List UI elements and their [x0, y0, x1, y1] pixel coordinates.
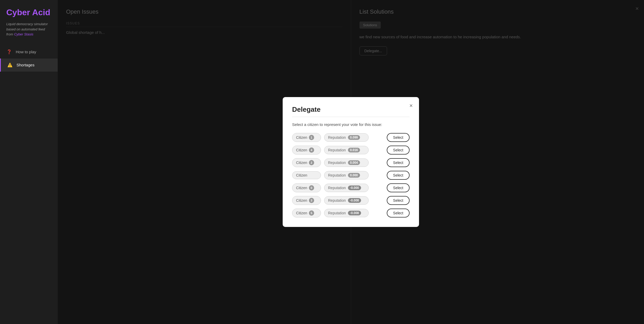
reputation-value: 0.000	[348, 173, 360, 178]
citizen-badge: 1	[309, 135, 314, 140]
citizen-row: Citizen3Reputation-0.008Select	[292, 196, 410, 205]
reputation-pill: Reputation0.016	[324, 146, 369, 154]
citizen-name: Citizen	[296, 198, 307, 203]
citizen-row: Citizen4Reputation0.016Select	[292, 146, 410, 155]
citizen-pill: Citizen3	[292, 196, 321, 205]
reputation-pill: Reputation0.004	[324, 158, 369, 167]
sidebar-item-how-to-play[interactable]: ❓ How to play	[0, 45, 58, 59]
citizen-name: Citizen	[296, 211, 307, 215]
reputation-value: 0.099	[348, 135, 360, 140]
reputation-label: Reputation	[328, 173, 346, 177]
reputation-value: -0.000	[348, 185, 361, 190]
citizen-name: Citizen	[296, 173, 307, 177]
sidebar-item-shortages[interactable]: ⚠️ Shortages	[0, 59, 58, 72]
citizen-badge: 2	[309, 160, 314, 165]
sidebar: Cyber Acid Liquid democracy simulator ba…	[0, 0, 58, 324]
reputation-pill: Reputation0.000	[324, 171, 369, 179]
select-citizen-button[interactable]: Select	[387, 146, 410, 155]
help-icon: ❓	[6, 49, 12, 55]
citizen-pill: Citizen2	[292, 158, 321, 167]
sidebar-item-label-how-to-play: How to play	[16, 50, 36, 54]
reputation-pill: Reputation-0.008	[324, 209, 369, 217]
app-subtitle: Liquid democracy simulator based on auto…	[0, 22, 58, 45]
citizen-row: Citizen1Reputation0.099Select	[292, 133, 410, 142]
citizen-row: Citizen2Reputation0.004Select	[292, 158, 410, 167]
main-content: Open Issues ISSUES Global shortage of h.…	[58, 0, 644, 324]
citizen-pill: Citizen5	[292, 209, 321, 217]
citizen-name: Citizen	[296, 148, 307, 152]
select-citizen-button[interactable]: Select	[387, 196, 410, 205]
citizen-row: Citizen5Reputation-0.008Select	[292, 209, 410, 217]
citizen-row: CitizenReputation0.000Select	[292, 171, 410, 180]
reputation-label: Reputation	[328, 161, 346, 165]
app-title: Cyber Acid	[0, 7, 58, 22]
select-citizen-button[interactable]: Select	[387, 158, 410, 167]
citizen-badge: 3	[309, 198, 314, 203]
modal-close-button[interactable]: ×	[409, 102, 413, 109]
reputation-value: 0.016	[348, 148, 360, 152]
modal-overlay: Delegate × Select a citizen to represent…	[58, 0, 644, 324]
reputation-label: Reputation	[328, 186, 346, 190]
citizen-name: Citizen	[296, 186, 307, 190]
citizen-pill: Citizen1	[292, 133, 321, 142]
select-citizen-button[interactable]: Select	[387, 171, 410, 180]
warning-icon: ⚠️	[7, 62, 13, 68]
delegate-modal: Delegate × Select a citizen to represent…	[283, 97, 419, 227]
reputation-pill: Reputation-0.008	[324, 196, 369, 205]
modal-subtitle: Select a citizen to represent your vote …	[292, 122, 410, 127]
citizen-list: Citizen1Reputation0.099SelectCitizen4Rep…	[292, 133, 410, 217]
reputation-label: Reputation	[328, 198, 346, 203]
citizen-pill: Citizen4	[292, 146, 321, 155]
citizen-name: Citizen	[296, 135, 307, 140]
citizen-badge: 5	[309, 210, 314, 216]
reputation-label: Reputation	[328, 148, 346, 152]
sidebar-item-label-shortages: Shortages	[17, 63, 34, 67]
modal-title: Delegate	[292, 105, 410, 114]
reputation-value: -0.008	[348, 211, 361, 215]
select-citizen-button[interactable]: Select	[387, 183, 410, 192]
citizen-badge: 4	[309, 147, 314, 153]
reputation-value: -0.008	[348, 198, 361, 203]
cyber-stasis-link[interactable]: Cyber Stasis	[14, 32, 34, 36]
citizen-row: Citizen0Reputation-0.000Select	[292, 183, 410, 192]
select-citizen-button[interactable]: Select	[387, 133, 410, 142]
sidebar-nav: ❓ How to play ⚠️ Shortages	[0, 45, 58, 72]
citizen-badge: 0	[309, 185, 314, 190]
citizen-name: Citizen	[296, 161, 307, 165]
reputation-value: 0.004	[348, 160, 360, 165]
select-citizen-button[interactable]: Select	[387, 209, 410, 217]
reputation-pill: Reputation0.099	[324, 133, 369, 142]
reputation-label: Reputation	[328, 135, 346, 140]
reputation-pill: Reputation-0.000	[324, 184, 369, 192]
citizen-pill: Citizen0	[292, 183, 321, 192]
reputation-label: Reputation	[328, 211, 346, 215]
modal-divider	[292, 117, 410, 117]
citizen-pill: Citizen	[292, 171, 321, 179]
